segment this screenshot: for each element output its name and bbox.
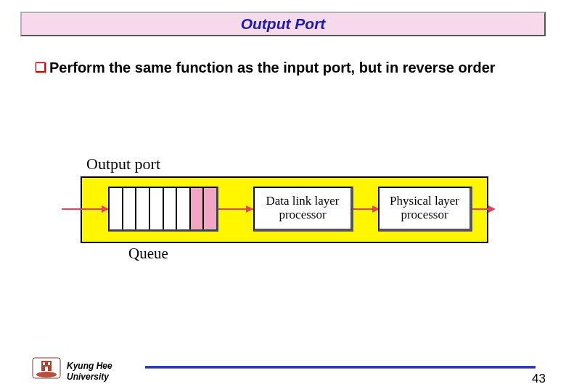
arrow-right-icon (246, 205, 253, 213)
queue-cell-filled (204, 188, 216, 229)
slide-title-bar: Output Port (20, 12, 546, 36)
queue-cell (136, 188, 150, 229)
svg-rect-4 (45, 367, 48, 371)
bullet-marker-icon: ❑ (35, 59, 46, 76)
footer-line1: Kyung Hee (67, 361, 112, 371)
svg-rect-3 (48, 362, 50, 365)
bullet-text: Perform the same function as the input p… (49, 60, 496, 75)
physical-processor-box: Physical layer processor (378, 187, 472, 232)
diagram-title: Output port (86, 155, 160, 173)
arrow-right-icon (488, 205, 496, 213)
slide-title: Output Port (241, 15, 326, 33)
queue-cell (110, 188, 123, 229)
queue-cell (164, 188, 178, 229)
output-port-diagram: Output port Queue Data link layer proces… (62, 163, 493, 272)
queue-box (108, 187, 218, 232)
bullet-item: ❑Perform the same function as the input … (35, 58, 531, 78)
queue-cell (123, 188, 137, 229)
footer-line2: University (67, 372, 109, 382)
queue-cell (177, 188, 191, 229)
university-logo-icon (32, 357, 61, 379)
data-link-processor-box: Data link layer processor (253, 187, 353, 232)
queue-label: Queue (128, 245, 168, 263)
svg-point-5 (36, 372, 57, 377)
queue-cell-filled (191, 188, 205, 229)
footer-university: Kyung Hee University (67, 361, 112, 382)
queue-cell (150, 188, 164, 229)
svg-rect-2 (43, 362, 45, 365)
page-number: 43 (532, 372, 546, 386)
footer-divider (145, 366, 536, 369)
